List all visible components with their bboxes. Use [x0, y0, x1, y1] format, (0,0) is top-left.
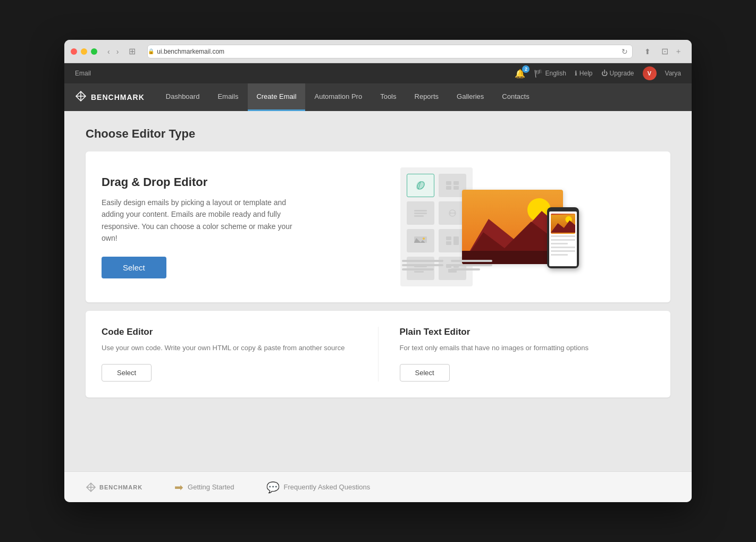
nav-item-automation-pro[interactable]: Automation Pro	[306, 83, 371, 111]
phone-mockup	[547, 207, 579, 268]
logo-text: BENCHMARK	[91, 93, 145, 101]
forward-button[interactable]: ›	[114, 46, 122, 57]
faq-icon: 💬	[266, 481, 280, 494]
upgrade-label: Upgrade	[610, 70, 634, 77]
svg-rect-15	[446, 236, 451, 240]
power-icon: ⏻	[601, 70, 608, 77]
dnd-card-text: Drag & Drop Editor Easily design emails …	[102, 175, 304, 279]
info-icon: ℹ	[575, 70, 577, 77]
nav-item-tools[interactable]: Tools	[372, 83, 405, 111]
phone-line-2	[551, 239, 575, 241]
notifications-bell[interactable]: 🔔 2	[515, 69, 525, 79]
lock-icon: 🔒	[148, 48, 154, 54]
language-selector[interactable]: 🏴 English	[534, 69, 566, 78]
phone-line-5	[551, 250, 575, 252]
svg-point-14	[423, 238, 425, 240]
logo-icon	[75, 90, 87, 105]
dnd-editor-card: Drag & Drop Editor Easily design emails …	[86, 151, 670, 302]
main-navigation: BENCHMARK Dashboard Emails Create Email …	[64, 83, 692, 111]
nav-item-contacts[interactable]: Contacts	[493, 83, 537, 111]
main-content: Choose Editor Type Drag & Drop Editor Ea…	[64, 111, 692, 471]
nav-arrows: ‹ ›	[105, 46, 121, 57]
getting-started-icon: ➡	[174, 481, 183, 494]
phone-screen	[549, 211, 577, 266]
grid-cell-leaf	[407, 174, 434, 197]
user-avatar[interactable]: V	[643, 66, 657, 80]
traffic-lights	[71, 48, 97, 55]
svg-rect-20	[414, 271, 424, 273]
grid-cell-2	[407, 201, 434, 225]
plain-text-editor-title: Plain Text Editor	[400, 327, 655, 337]
logo[interactable]: BENCHMARK	[75, 90, 145, 105]
bottom-cards-inner: Code Editor Use your own code. Write you…	[102, 327, 654, 382]
svg-rect-16	[453, 236, 459, 245]
svg-rect-3	[446, 186, 451, 190]
nav-item-emails[interactable]: Emails	[209, 83, 247, 111]
dnd-editor-title: Drag & Drop Editor	[102, 175, 304, 189]
code-editor-title: Code Editor	[102, 327, 357, 337]
footer: BENCHMARK ➡ Getting Started 💬 Frequently…	[64, 471, 692, 502]
phone-image-area	[551, 214, 575, 234]
close-button[interactable]	[71, 48, 77, 55]
topbar-right: 🔔 2 🏴 English ℹ Help ⏻ Upgrade V Varya	[515, 66, 681, 80]
dnd-editor-description: Easily design emails by picking a layout…	[102, 197, 304, 244]
code-editor-description: Use your own code. Write your own HTML o…	[102, 343, 357, 353]
language-label: English	[545, 70, 566, 77]
help-button[interactable]: ℹ Help	[575, 70, 593, 77]
svg-rect-7	[414, 215, 424, 217]
plain-text-editor-description: For text only emails that have no images…	[400, 343, 655, 353]
nav-items: Dashboard Emails Create Email Automation…	[157, 83, 538, 111]
split-view-button[interactable]: ⊡	[658, 45, 671, 57]
help-label: Help	[579, 70, 593, 77]
phone-line-4	[551, 247, 575, 248]
reload-button[interactable]: ↻	[617, 47, 632, 56]
option-divider	[378, 327, 379, 382]
address-bar[interactable]: 🔒 ui.benchmarkemail.com ↻	[147, 45, 633, 58]
text-lines	[402, 260, 492, 270]
svg-rect-17	[446, 241, 451, 245]
nav-item-reports[interactable]: Reports	[406, 83, 448, 111]
svg-rect-6	[414, 213, 427, 214]
sidebar-toggle-button[interactable]: ⊞	[125, 45, 139, 57]
grid-cell-4	[407, 229, 434, 252]
code-editor-option: Code Editor Use your own code. Write you…	[102, 327, 357, 382]
minimize-button[interactable]	[81, 48, 87, 55]
footer-getting-started-text: Getting Started	[188, 483, 234, 491]
upgrade-button[interactable]: ⏻ Upgrade	[601, 70, 634, 77]
user-name[interactable]: Varya	[665, 70, 681, 77]
code-editor-select-button[interactable]: Select	[102, 364, 152, 382]
nav-item-create-email[interactable]: Create Email	[248, 83, 305, 111]
svg-rect-2	[453, 181, 459, 185]
page-title: Choose Editor Type	[86, 127, 670, 141]
bottom-editor-cards: Code Editor Use your own code. Write you…	[86, 311, 670, 397]
notification-bar: Email 🔔 2 🏴 English ℹ Help ⏻ Upgrade V V…	[64, 63, 692, 83]
share-button[interactable]: ⬆	[641, 46, 654, 57]
svg-rect-1	[446, 181, 451, 185]
flag-icon: 🏴	[534, 69, 543, 78]
svg-rect-5	[414, 210, 427, 211]
nav-item-dashboard[interactable]: Dashboard	[157, 83, 208, 111]
back-button[interactable]: ‹	[105, 46, 113, 57]
footer-getting-started-link[interactable]: ➡ Getting Started	[174, 481, 234, 494]
footer-logo-text: BENCHMARK	[99, 484, 142, 490]
notification-badge: 2	[522, 65, 530, 73]
title-bar: ‹ › ⊞ 🔒 ui.benchmarkemail.com ↻ ⬆ ⊡ ＋	[64, 40, 692, 63]
plain-text-editor-option: Plain Text Editor For text only emails t…	[400, 327, 655, 382]
nav-item-galleries[interactable]: Galleries	[448, 83, 492, 111]
phone-line-3	[551, 243, 568, 244]
phone-line-6	[551, 254, 568, 256]
footer-faq-link[interactable]: 💬 Frequently Asked Questions	[266, 481, 371, 494]
footer-faq-text: Frequently Asked Questions	[284, 483, 371, 491]
email-label: Email	[75, 70, 91, 77]
phone-line-1	[551, 235, 575, 237]
footer-logo: BENCHMARK	[86, 482, 142, 493]
svg-rect-4	[453, 186, 459, 190]
new-tab-button[interactable]: ＋	[671, 46, 685, 57]
maximize-button[interactable]	[91, 48, 97, 55]
plain-text-editor-select-button[interactable]: Select	[400, 364, 450, 382]
dnd-editor-illustration	[325, 167, 654, 286]
url-text: ui.benchmarkemail.com	[157, 48, 224, 55]
dnd-editor-select-button[interactable]: Select	[102, 257, 166, 278]
